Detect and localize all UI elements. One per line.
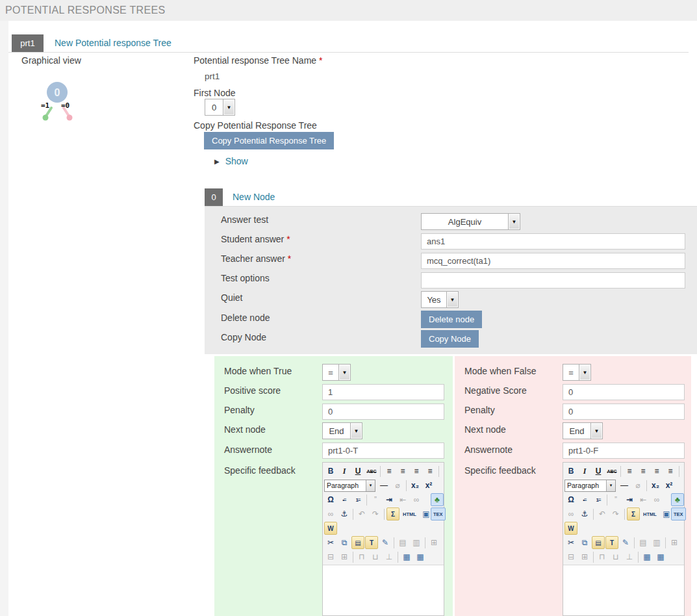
delete-row-icon[interactable]: ⊥ xyxy=(623,550,636,563)
insert-table-icon[interactable]: ▦ xyxy=(640,550,653,563)
numbered-list-icon[interactable]: 1≡ xyxy=(592,493,605,506)
blockquote-icon[interactable]: ” xyxy=(369,493,382,506)
negative-score-input[interactable] xyxy=(563,384,685,400)
copy-node-button[interactable]: Copy Node xyxy=(421,330,479,348)
new-prt-link[interactable]: New Potential response Tree xyxy=(55,38,171,48)
insert-column-before-icon[interactable]: ⊞ xyxy=(338,550,351,563)
tab-node-0[interactable]: 0 xyxy=(205,188,223,206)
subscript-icon[interactable]: x₂ xyxy=(649,479,662,492)
paste-icon[interactable]: ▤ xyxy=(351,536,364,549)
true-mode-select[interactable]: = ▼ xyxy=(322,364,351,381)
align-justify-icon[interactable]: ≡ xyxy=(424,465,437,478)
align-center-icon[interactable]: ≡ xyxy=(637,465,650,478)
answer-test-select[interactable]: AlgEquiv ▼ xyxy=(421,213,520,230)
edit-html-icon[interactable]: ✎ xyxy=(619,536,632,549)
true-feedback-editor-content[interactable] xyxy=(323,565,444,615)
positive-score-input[interactable] xyxy=(322,384,444,400)
true-answernote-input[interactable] xyxy=(322,443,444,459)
subscript-icon[interactable]: x₂ xyxy=(409,479,422,492)
quiet-select[interactable]: Yes ▼ xyxy=(421,291,459,308)
false-penalty-input[interactable] xyxy=(563,404,685,420)
copy-icon[interactable]: ⧉ xyxy=(338,536,351,549)
insert-row-after-icon[interactable]: ⊔ xyxy=(369,550,382,563)
paste-maxima-icon[interactable]: Σ xyxy=(627,507,640,520)
outdent-icon[interactable]: ⇤ xyxy=(637,493,650,506)
cut-icon[interactable]: ✂ xyxy=(564,536,577,549)
remove-format-icon[interactable]: ⌀ xyxy=(631,479,644,492)
insert-column-after-icon[interactable]: ⊞ xyxy=(668,536,681,549)
paste-as-text-icon[interactable]: T xyxy=(605,536,618,549)
anchor-icon[interactable]: ⚓ xyxy=(578,507,591,520)
delete-node-button[interactable]: Delete node xyxy=(421,311,482,328)
paste-from-word-icon[interactable]: W xyxy=(564,522,577,535)
unlink-icon[interactable]: ∞ xyxy=(324,507,337,520)
indent-icon[interactable]: ⇥ xyxy=(623,493,636,506)
false-mode-select[interactable]: = ▼ xyxy=(563,364,591,381)
underline-icon[interactable]: U xyxy=(351,465,364,478)
indent-icon[interactable]: ⇥ xyxy=(383,493,396,506)
superscript-icon[interactable]: x² xyxy=(422,479,435,492)
insert-row-before-icon[interactable]: ⊓ xyxy=(596,550,609,563)
insert-link-icon[interactable]: ∞ xyxy=(410,493,423,506)
table-row-properties-icon[interactable]: ▤ xyxy=(396,536,409,549)
bold-icon[interactable]: B xyxy=(564,465,577,478)
paragraph-format-select[interactable]: Paragraph▾ xyxy=(564,480,616,492)
anchor-icon[interactable]: ⚓ xyxy=(338,507,351,520)
special-character-icon[interactable]: Ω xyxy=(564,493,577,506)
false-next-node-select[interactable]: End ▼ xyxy=(563,422,603,439)
delete-row-icon[interactable]: ⊥ xyxy=(383,550,396,563)
delete-column-icon[interactable]: ⊟ xyxy=(324,550,337,563)
copy-tree-button[interactable]: Copy Potential Response Tree xyxy=(204,132,334,149)
align-center-icon[interactable]: ≡ xyxy=(396,465,409,478)
insert-column-before-icon[interactable]: ⊞ xyxy=(578,550,591,563)
align-left-icon[interactable]: ≡ xyxy=(383,465,396,478)
html-source-icon[interactable]: HTML xyxy=(400,507,419,520)
superscript-icon[interactable]: x² xyxy=(663,479,676,492)
align-justify-icon[interactable]: ≡ xyxy=(664,465,677,478)
outdent-icon[interactable]: ⇤ xyxy=(396,493,409,506)
undo-icon[interactable]: ↶ xyxy=(596,507,609,520)
align-right-icon[interactable]: ≡ xyxy=(410,465,423,478)
insert-link-icon[interactable]: ∞ xyxy=(650,493,663,506)
new-node-link[interactable]: New Node xyxy=(233,192,275,202)
cut-icon[interactable]: ✂ xyxy=(324,536,337,549)
paste-from-word-icon[interactable]: W xyxy=(324,522,337,535)
table-row-properties-icon[interactable]: ▤ xyxy=(637,536,650,549)
undo-icon[interactable]: ↶ xyxy=(355,507,368,520)
insert-row-before-icon[interactable]: ⊓ xyxy=(355,550,368,563)
table-cell-properties-icon[interactable]: ▥ xyxy=(410,536,423,549)
numbered-list-icon[interactable]: 1≡ xyxy=(351,493,364,506)
table-properties-icon[interactable]: ▦ xyxy=(414,550,427,563)
html-source-icon[interactable]: HTML xyxy=(640,507,659,520)
first-node-select[interactable]: 0 ▼ xyxy=(205,99,235,116)
unlink-icon[interactable]: ∞ xyxy=(564,507,577,520)
align-left-icon[interactable]: ≡ xyxy=(623,465,636,478)
edit-html-icon[interactable]: ✎ xyxy=(379,536,392,549)
delete-column-icon[interactable]: ⊟ xyxy=(564,550,577,563)
insert-image-icon[interactable]: ♣ xyxy=(671,493,684,506)
tab-prt1[interactable]: prt1 xyxy=(12,34,44,52)
blockquote-icon[interactable]: ” xyxy=(609,493,622,506)
test-options-input[interactable] xyxy=(421,272,685,289)
bullet-list-icon[interactable]: •≡ xyxy=(338,493,351,506)
special-character-icon[interactable]: Ω xyxy=(324,493,337,506)
table-cell-properties-icon[interactable]: ▥ xyxy=(650,536,663,549)
false-feedback-editor-content[interactable] xyxy=(563,565,684,615)
paste-maxima-icon[interactable]: Σ xyxy=(387,507,399,520)
true-penalty-input[interactable] xyxy=(322,404,444,420)
bold-icon[interactable]: B xyxy=(324,465,337,478)
redo-icon[interactable]: ↷ xyxy=(609,507,622,520)
copy-icon[interactable]: ⧉ xyxy=(578,536,591,549)
table-properties-icon[interactable]: ▦ xyxy=(654,550,667,563)
strikethrough-icon[interactable]: ABC xyxy=(365,465,378,478)
italic-icon[interactable]: I xyxy=(338,465,351,478)
paste-as-text-icon[interactable]: T xyxy=(365,536,378,549)
tex-icon[interactable]: TEX xyxy=(671,507,686,520)
show-toggle[interactable]: ▶Show xyxy=(214,156,248,166)
teacher-answer-input[interactable] xyxy=(421,253,685,269)
insert-image-icon[interactable]: ♣ xyxy=(431,493,444,506)
remove-format-icon[interactable]: ⌀ xyxy=(391,479,404,492)
insert-table-icon[interactable]: ▦ xyxy=(400,550,413,563)
italic-icon[interactable]: I xyxy=(578,465,591,478)
insert-column-after-icon[interactable]: ⊞ xyxy=(427,536,440,549)
